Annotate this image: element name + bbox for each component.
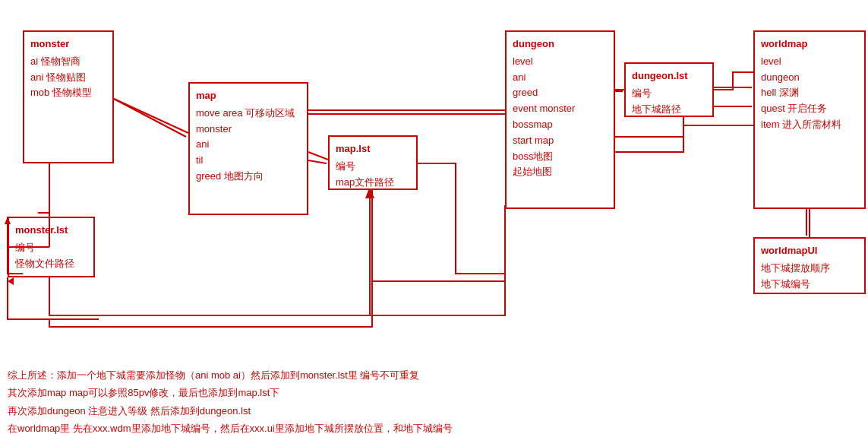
- map-line2: monster: [196, 122, 301, 138]
- map-line1: move area 可移动区域: [196, 106, 301, 122]
- bottom-text-area: 综上所述：添加一个地下城需要添加怪物（ani mob ai）然后添加到monst…: [8, 366, 453, 430]
- monster-lst-title: monster.lst: [15, 223, 87, 239]
- bottom-line3: 再次添加dungeon 注意进入等级 然后添加到dungeon.lst: [8, 402, 453, 420]
- worldmap-box: worldmap level dungeon hell 深渊 quest 开启任…: [753, 30, 866, 209]
- bottom-line1: 综上所述：添加一个地下城需要添加怪物（ani mob ai）然后添加到monst…: [8, 366, 453, 384]
- monster-lst-box: monster.lst 编号 怪物文件路径: [8, 217, 95, 277]
- map-line4: til: [196, 153, 301, 169]
- dungeon-line7: boss地图: [513, 149, 608, 165]
- dungeon-lst-line2: 地下城路径: [632, 102, 706, 118]
- monster-line1: ai 怪物智商: [30, 54, 106, 70]
- map-line3: ani: [196, 137, 301, 153]
- monster-lst-line1: 编号: [15, 240, 87, 256]
- dungeon-line5: bossmap: [513, 117, 608, 133]
- monster-box: monster ai 怪物智商 ani 怪物贴图 mob 怪物模型: [23, 30, 114, 163]
- dungeon-line4: event monster: [513, 101, 608, 117]
- monster-lst-line2: 怪物文件路径: [15, 256, 87, 272]
- dungeon-line8: 起始地图: [513, 164, 608, 180]
- svg-line-3: [114, 99, 186, 137]
- worldmap-ui-line2: 地下城编号: [761, 277, 858, 293]
- dungeon-lst-line1: 编号: [632, 86, 706, 102]
- extra-lines: [0, 0, 868, 365]
- svg-marker-9: [8, 277, 14, 285]
- bottom-line4: 在worldmap里 先在xxx.wdm里添加地下城编号，然后在xxx.ui里添…: [8, 420, 453, 434]
- diagram-container: monster ai 怪物智商 ani 怪物贴图 mob 怪物模型 monste…: [0, 0, 868, 365]
- map-box: map move area 可移动区域 monster ani til gree…: [188, 82, 308, 215]
- dungeon-lst-box: dungeon.lst 编号 地下城路径: [624, 62, 714, 117]
- monster-title: monster: [30, 36, 106, 52]
- dungeon-line6: start map: [513, 133, 608, 149]
- map-lst-line1: 编号: [336, 159, 410, 175]
- dungeon-line1: level: [513, 54, 608, 70]
- map-lst-box: map.lst 编号 map文件路径: [328, 135, 418, 190]
- worldmap-ui-box: worldmapUI 地下城摆放顺序 地下城编号: [753, 237, 866, 294]
- map-lst-title: map.lst: [336, 141, 410, 157]
- map-lst-line2: map文件路径: [336, 175, 410, 191]
- monster-line2: ani 怪物贴图: [30, 70, 106, 86]
- dungeon-title: dungeon: [513, 36, 608, 52]
- worldmap-ui-title: worldmapUI: [761, 243, 858, 259]
- svg-line-7: [114, 99, 188, 133]
- dungeon-line3: greed: [513, 85, 608, 101]
- worldmap-line5: item 进入所需材料: [761, 117, 858, 133]
- worldmap-line4: quest 开启任务: [761, 101, 858, 117]
- worldmap-line3: hell 深渊: [761, 85, 858, 101]
- worldmap-line2: dungeon: [761, 70, 858, 86]
- map-title: map: [196, 88, 301, 104]
- worldmap-title: worldmap: [761, 36, 858, 52]
- dungeon-box: dungeon level ani greed event monster bo…: [505, 30, 615, 209]
- dungeon-line2: ani: [513, 70, 608, 86]
- bottom-line2: 其次添加map map可以参照85pv修改，最后也添加到map.lst下: [8, 384, 453, 401]
- dungeon-lst-title: dungeon.lst: [632, 68, 706, 84]
- connector-lines: [0, 0, 868, 365]
- map-line5: greed 地图方向: [196, 169, 301, 185]
- svg-line-8: [308, 152, 328, 160]
- monster-line3: mob 怪物模型: [30, 85, 106, 101]
- worldmap-ui-line1: 地下城摆放顺序: [761, 261, 858, 277]
- worldmap-line1: level: [761, 54, 858, 70]
